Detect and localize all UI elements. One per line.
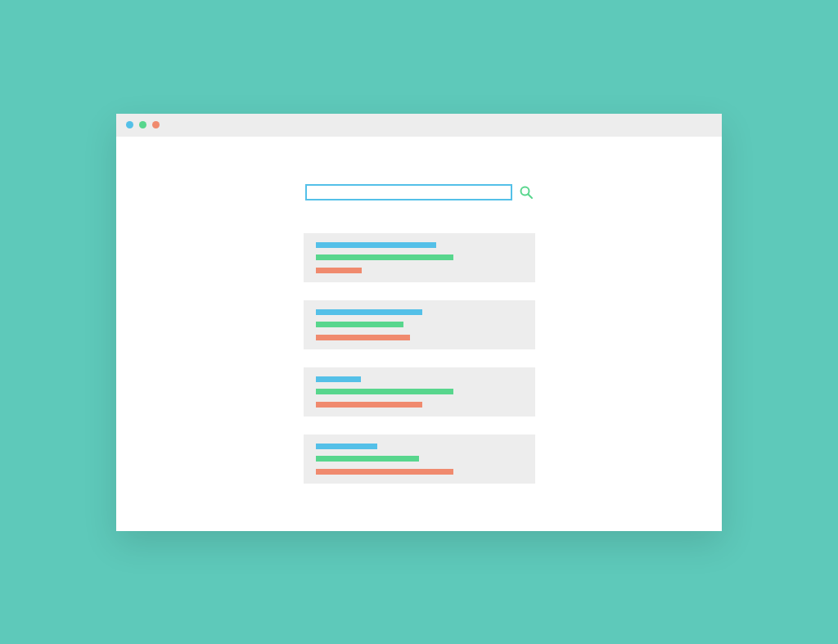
result-description-placeholder bbox=[316, 402, 422, 408]
search-results bbox=[304, 233, 535, 484]
result-title-placeholder bbox=[316, 242, 436, 248]
search-icon[interactable] bbox=[519, 185, 534, 200]
search-input[interactable] bbox=[305, 184, 512, 200]
search-result[interactable] bbox=[304, 435, 535, 484]
window-maximize-button[interactable] bbox=[152, 121, 160, 128]
window-close-button[interactable] bbox=[126, 121, 133, 128]
search-row bbox=[305, 184, 534, 200]
window-title-bar bbox=[116, 114, 722, 137]
search-result[interactable] bbox=[304, 233, 535, 282]
result-url-placeholder bbox=[316, 322, 403, 327]
search-result[interactable] bbox=[304, 300, 535, 349]
result-url-placeholder bbox=[316, 456, 419, 462]
result-description-placeholder bbox=[316, 335, 410, 340]
content-area bbox=[116, 137, 722, 531]
result-description-placeholder bbox=[316, 268, 362, 273]
result-title-placeholder bbox=[316, 309, 422, 315]
svg-line-1 bbox=[528, 194, 532, 198]
result-description-placeholder bbox=[316, 469, 453, 475]
result-url-placeholder bbox=[316, 254, 453, 260]
window-minimize-button[interactable] bbox=[139, 121, 146, 128]
result-url-placeholder bbox=[316, 389, 453, 394]
browser-window bbox=[116, 114, 722, 531]
result-title-placeholder bbox=[316, 444, 377, 449]
result-title-placeholder bbox=[316, 376, 361, 382]
search-result[interactable] bbox=[304, 367, 535, 417]
